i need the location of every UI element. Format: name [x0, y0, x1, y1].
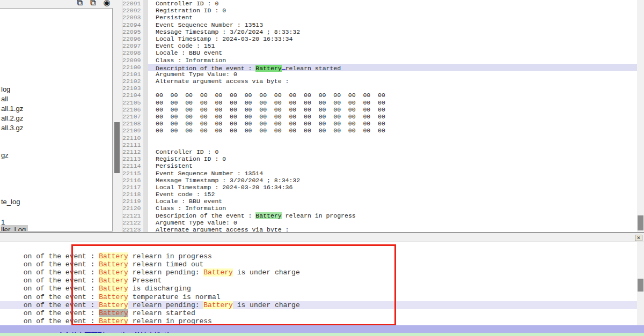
line-number: 22094 — [122, 21, 143, 28]
bookmark-margin — [143, 92, 148, 99]
result-text-segment: on of the event : — [24, 268, 99, 277]
editor-line: 22098 Locale : BBU event — [122, 49, 637, 56]
result-text-segment: relearn started — [128, 309, 195, 317]
sidebar-scrollbar[interactable] — [113, 8, 121, 232]
editor-text-segment: 00 00 00 00 00 00 00 00 00 00 00 00 00 0… — [156, 99, 385, 106]
editor-text-segment: Argument Type Value: 0 — [156, 71, 237, 78]
editor-line: 22092 Registration ID : 0 — [122, 7, 637, 14]
bookmark-margin — [143, 184, 148, 191]
editor-line-text: Event code : 152 — [148, 191, 637, 198]
export-window-icon-2[interactable]: ⧉ — [90, 0, 96, 8]
export-window-icon[interactable]: ⧉ — [77, 0, 83, 8]
line-number: 22115 — [122, 170, 143, 177]
editor-line: 22114 Persistent — [122, 162, 637, 169]
result-text-segment: on of the event : — [24, 293, 99, 301]
sidebar-scrollbar-thumb[interactable] — [114, 122, 120, 173]
line-number: 22110 — [122, 135, 143, 141]
result-text-segment: on of the event : — [24, 301, 99, 309]
result-text-segment: Battery — [99, 317, 128, 325]
file-tree-item-label: te_log — [1, 198, 20, 206]
line-number: 22099 — [122, 57, 143, 64]
editor-line: 22113 Registration ID : 0 — [122, 155, 637, 162]
result-text-segment: relearn pending: — [128, 268, 203, 277]
bookmark-margin — [143, 35, 148, 42]
line-number: 22098 — [122, 49, 143, 56]
editor-text-segment: Controller ID : 0 — [156, 0, 218, 7]
result-text-segment: Battery — [99, 309, 128, 317]
editor-text-segment: Controller ID : 0 — [156, 148, 218, 155]
file-tree-panel[interactable]: log all all.1.gz all.2.gz all.3.gz gz te… — [0, 8, 113, 232]
line-number: 22119 — [122, 198, 143, 205]
bookmark-margin — [143, 99, 148, 106]
file-tree-item-label: ller_Log — [1, 226, 26, 232]
line-number: 22101 — [122, 71, 143, 78]
result-text-segment: Battery — [203, 268, 233, 277]
bookmark-margin — [143, 49, 148, 56]
result-text-segment: on of the event : — [24, 309, 99, 317]
file-tree-item[interactable]: ller_Log — [1, 225, 28, 232]
file-tree-item-label: all.2.gz — [1, 114, 23, 122]
line-number: 22114 — [122, 162, 143, 169]
editor-line-text: Locale : BBU event — [148, 198, 637, 205]
editor-text-segment: Message Timestamp : 3/20/2024 ; 8:33:32 — [156, 28, 300, 35]
bookmark-margin — [143, 85, 148, 92]
editor-line-text: Registration ID : 0 — [148, 7, 637, 14]
editor-line: 22119 Locale : BBU event — [122, 198, 637, 205]
close-results-icon[interactable]: ✕ — [635, 235, 642, 241]
editor-line: 22101 Argument Type Value: 0 — [122, 71, 637, 78]
log-editor[interactable]: 22091 Controller ID : 0 22092 Registrati… — [122, 0, 637, 232]
editor-line: 22121 Description of the event : Battery… — [122, 212, 637, 219]
search-result-row[interactable]: on of the event : Battery relearn in pro… — [0, 244, 637, 252]
file-tree-item-label: all — [1, 95, 8, 103]
bookmark-margin — [143, 177, 148, 184]
results-scrollbar[interactable] — [637, 242, 644, 325]
editor-line-text: Alternate argument access via byte : — [148, 226, 637, 232]
results-scrollbar-thumb[interactable] — [638, 279, 643, 292]
editor-text-segment: Persistent — [156, 14, 193, 21]
locate-target-icon[interactable]: ◉ — [103, 0, 110, 8]
line-number: 22095 — [122, 28, 143, 35]
result-text-segment: Battery — [99, 293, 128, 301]
line-number: 22109 — [122, 127, 143, 134]
search-summary-row[interactable]: e event" （1个文件中匹配到1123次，总计查找1次） — [0, 325, 644, 333]
bookmark-margin — [143, 0, 148, 7]
search-results-panel[interactable]: on of the event : Battery relearn in pro… — [0, 242, 637, 327]
editor-text-segment: Argument Type Value: 0 — [156, 219, 237, 226]
file-tree-item[interactable]: all.1.gz — [1, 104, 25, 113]
editor-line: 22093 Persistent — [122, 14, 637, 21]
result-text-segment: on of the event : — [24, 317, 99, 325]
result-text-segment: Battery — [99, 260, 128, 268]
line-number: 22092 — [122, 7, 143, 14]
editor-line: 22103 — [122, 85, 637, 92]
result-text-segment: on of the event : — [24, 285, 99, 293]
file-tree-item[interactable]: te_log — [1, 197, 22, 206]
result-text-segment: Battery — [99, 268, 128, 277]
file-tree-item[interactable]: all — [1, 94, 10, 103]
editor-text-segment: 00 00 00 00 00 00 00 00 00 00 00 00 00 0… — [156, 106, 385, 113]
result-text-segment: relearn in progress — [128, 317, 212, 325]
editor-text-segment: Description of the event : — [156, 212, 255, 219]
editor-scrollbar[interactable] — [637, 0, 644, 232]
editor-line-text: Local Timestamp : 2024-03-20 16:33:34 — [148, 35, 637, 42]
line-number: 22100 — [122, 64, 143, 71]
editor-line-text: Description of the event : Batteryrelear… — [148, 64, 637, 71]
editor-scrollbar-thumb[interactable] — [638, 215, 643, 230]
line-number: 22096 — [122, 35, 143, 42]
file-tree-item[interactable]: all.2.gz — [1, 114, 25, 123]
result-text-segment: relearn timed out — [128, 260, 203, 268]
editor-line-text — [148, 135, 637, 141]
bookmark-margin — [143, 14, 148, 21]
bookmark-margin — [143, 148, 148, 155]
results-panel-header: ✕ — [0, 232, 644, 242]
editor-text-segment: Event Sequence Number : 13514 — [156, 170, 263, 177]
bookmark-margin — [143, 57, 148, 64]
file-tree-item[interactable]: log — [1, 85, 12, 94]
file-tree-item[interactable]: all.3.gz — [1, 123, 25, 132]
search-file-path-row[interactable]: 01410M617000015-00040800-1620.tar.gz.(11… — [0, 333, 644, 336]
bookmark-margin — [143, 106, 148, 113]
file-tree-item[interactable]: gz — [1, 151, 11, 160]
line-number: 22108 — [122, 120, 143, 127]
editor-line-text: 00 00 00 00 00 00 00 00 00 00 00 00 00 0… — [148, 120, 637, 127]
toolbar: ⧉ ⧉ ◉ — [0, 0, 122, 8]
editor-line: 22112 Controller ID : 0 — [122, 148, 637, 155]
